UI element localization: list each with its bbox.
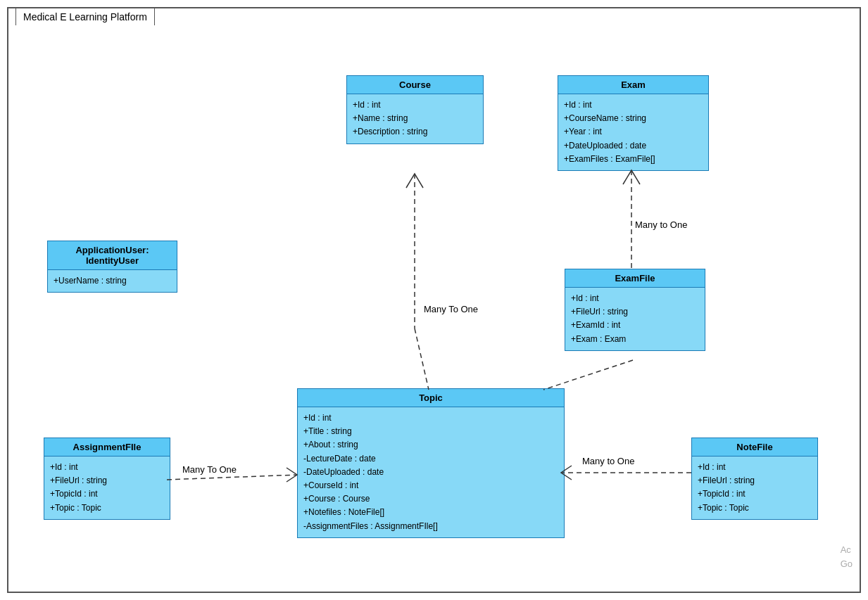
class-application-user: ApplicationUser:IdentityUser +UserName :… <box>47 241 177 293</box>
diagram-container: Medical E Learning Platform Many To One … <box>7 7 861 593</box>
field: +TopicId : int <box>698 487 812 501</box>
field: +Id : int <box>564 98 703 112</box>
field: +FileUrl : string <box>698 474 812 487</box>
field: +TopicId : int <box>50 487 164 501</box>
field: +Id : int <box>50 461 164 474</box>
class-exam: Exam +Id : int +CourseName : string +Yea… <box>558 75 709 171</box>
field: +Id : int <box>303 411 558 425</box>
class-application-user-body: +UserName : string <box>48 270 177 292</box>
label-many-to-one-course-topic: Many To One <box>424 304 478 314</box>
class-course-body: +Id : int +Name : string +Description : … <box>347 94 483 143</box>
field: +ExamId : int <box>571 319 699 332</box>
class-course: Course +Id : int +Name : string +Descrip… <box>346 75 484 144</box>
watermark: Ac Go <box>841 543 853 570</box>
diagram-title: Medical E Learning Platform <box>15 8 155 25</box>
class-exam-file: ExamFile +Id : int +FileUrl : string +Ex… <box>565 269 705 351</box>
class-note-file-body: +Id : int +FileUrl : string +TopicId : i… <box>692 457 817 519</box>
field: +About : string <box>303 438 558 452</box>
class-topic-body: +Id : int +Title : string +About : strin… <box>298 407 564 537</box>
field: +CourseId : int <box>303 479 558 492</box>
field: +Topic : Topic <box>50 502 164 515</box>
class-note-file-header: NoteFile <box>692 438 817 457</box>
class-exam-body: +Id : int +CourseName : string +Year : i… <box>558 94 708 170</box>
class-assignment-file: AssignmentFIle +Id : int +FileUrl : stri… <box>44 438 170 520</box>
field: +Id : int <box>698 461 812 474</box>
field: +Id : int <box>353 98 477 112</box>
svg-line-4 <box>167 475 297 480</box>
watermark-line2: Go <box>841 557 853 571</box>
class-application-user-header: ApplicationUser:IdentityUser <box>48 241 177 270</box>
field: +Topic : Topic <box>698 502 812 515</box>
class-topic: Topic +Id : int +Title : string +About :… <box>297 388 565 538</box>
field: +FileUrl : string <box>50 474 164 487</box>
field: +Description : string <box>353 125 477 139</box>
field: +Title : string <box>303 425 558 438</box>
field: +Year : int <box>564 125 703 139</box>
field: +UserName : string <box>54 274 171 288</box>
class-exam-file-body: +Id : int +FileUrl : string +ExamId : in… <box>565 288 705 350</box>
field: +Exam : Exam <box>571 333 699 346</box>
field: +DateUploaded : date <box>564 139 703 153</box>
field: -AssignmentFiles : AssignmentFIle[] <box>303 520 558 533</box>
class-note-file: NoteFile +Id : int +FileUrl : string +To… <box>691 438 818 520</box>
watermark-line1: Ac <box>841 543 853 557</box>
class-exam-file-header: ExamFile <box>565 269 705 288</box>
field: +Name : string <box>353 112 477 125</box>
field: +Course : Course <box>303 492 558 506</box>
field: -LectureDate : date <box>303 452 558 466</box>
field: +ExamFiles : ExamFile[] <box>564 153 703 166</box>
class-course-header: Course <box>347 76 483 94</box>
field: +CourseName : string <box>564 112 703 125</box>
label-many-to-one-assignment-topic: Many To One <box>182 464 237 475</box>
svg-line-1 <box>415 328 429 390</box>
field: +Id : int <box>571 292 699 305</box>
label-many-to-one-note-topic: Many to One <box>582 456 634 466</box>
class-topic-header: Topic <box>298 389 564 407</box>
class-assignment-file-body: +Id : int +FileUrl : string +TopicId : i… <box>44 457 170 519</box>
field: +Notefiles : NoteFile[] <box>303 506 558 519</box>
svg-line-3 <box>543 360 633 390</box>
class-assignment-file-header: AssignmentFIle <box>44 438 170 457</box>
label-many-to-one-exam-examfile: Many to One <box>635 219 687 230</box>
field: -DateUploaded : date <box>303 466 558 479</box>
class-exam-header: Exam <box>558 76 708 94</box>
field: +FileUrl : string <box>571 305 699 319</box>
